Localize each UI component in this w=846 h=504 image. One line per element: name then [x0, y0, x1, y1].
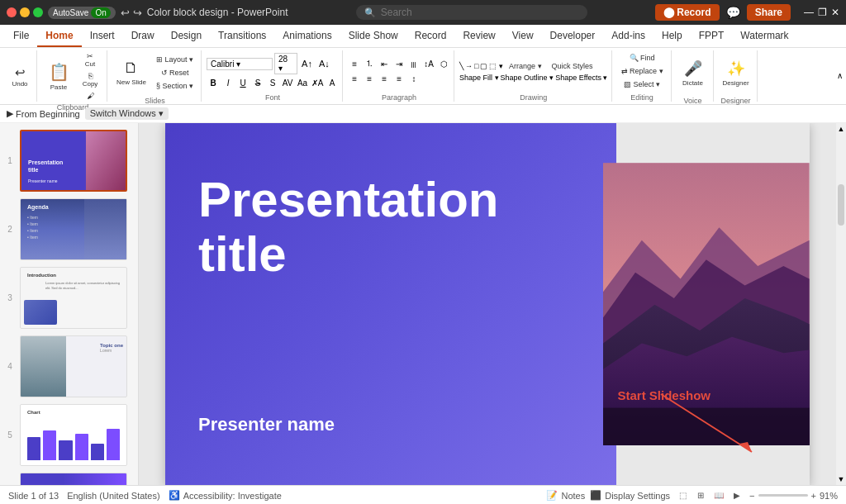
strikethrough-button[interactable]: S: [251, 76, 264, 89]
scroll-up-btn[interactable]: ▲: [836, 123, 846, 135]
slide-thumb-2[interactable]: 2 Agenda • Item• Item• Item• Item: [0, 195, 138, 264]
tab-help[interactable]: Help: [654, 26, 691, 47]
display-settings-button[interactable]: ⬛ Display Settings: [590, 490, 670, 501]
undo-button[interactable]: ↩ Undo: [7, 64, 33, 89]
slide-thumb-4[interactable]: 4 Topic oneLorem: [0, 332, 138, 401]
dictate-button[interactable]: 🎤 Dictate: [677, 50, 710, 95]
tab-transitions[interactable]: Transitions: [210, 26, 274, 47]
tab-file[interactable]: File: [5, 26, 37, 47]
ribbon-expand-btn[interactable]: ∧: [837, 71, 843, 82]
scroll-down-btn[interactable]: ▼: [836, 473, 846, 485]
tab-fppt[interactable]: FPPT: [691, 26, 733, 47]
font-name-dropdown[interactable]: Calibri ▾: [207, 58, 273, 70]
tab-view[interactable]: View: [504, 26, 542, 47]
decrease-font-btn[interactable]: A↓: [316, 57, 332, 70]
share-button[interactable]: Share: [747, 4, 791, 21]
cut-button[interactable]: ✂ Cut: [77, 50, 103, 69]
section-button[interactable]: § Section ▾: [152, 80, 197, 92]
convert-smartart-btn[interactable]: ⬡: [437, 57, 450, 70]
tab-design[interactable]: Design: [163, 26, 210, 47]
minimize-btn[interactable]: —: [804, 7, 814, 18]
tab-home[interactable]: Home: [37, 26, 81, 47]
close-btn[interactable]: ✕: [831, 7, 839, 18]
justify-btn[interactable]: ≡: [392, 72, 406, 85]
reading-view-btn[interactable]: 📖: [711, 489, 726, 502]
format-painter-button[interactable]: 🖌: [77, 90, 103, 102]
slide-thumb-3[interactable]: 3 Introduction Lorem ipsum dolor sit ame…: [0, 264, 138, 332]
copy-button[interactable]: ⎘ Copy: [77, 70, 103, 89]
quick-styles-button[interactable]: Quick Styles: [548, 60, 597, 72]
zoom-in-btn[interactable]: +: [811, 491, 816, 501]
underline-button[interactable]: U: [236, 76, 250, 89]
maximize-window-btn[interactable]: [33, 7, 43, 17]
font-size-dropdown[interactable]: 28 ▾: [274, 53, 297, 74]
slide-thumb-6[interactable]: 6: [0, 469, 138, 485]
tab-developer[interactable]: Developer: [542, 26, 604, 47]
scroll-thumb[interactable]: [838, 184, 844, 226]
decrease-indent-btn[interactable]: ⇤: [378, 57, 391, 70]
reset-button[interactable]: ↺ Reset: [152, 67, 197, 78]
shape-fill-btn[interactable]: Shape Fill ▾: [459, 74, 499, 82]
redo-icon[interactable]: ↪: [133, 7, 142, 19]
tab-addins[interactable]: Add-ins: [603, 26, 654, 47]
tab-animations[interactable]: Animations: [274, 26, 340, 47]
tab-record[interactable]: Record: [406, 26, 455, 47]
language-indicator[interactable]: English (United States): [67, 491, 160, 501]
designer-button[interactable]: ✨ Designer: [719, 50, 753, 95]
arrange-button[interactable]: Arrange ▾: [505, 60, 546, 72]
from-beginning-button[interactable]: ▶ From Beginning: [7, 108, 80, 119]
autosave-state[interactable]: On: [91, 7, 110, 18]
layout-button[interactable]: ⊞ Layout ▾: [152, 54, 197, 65]
slide-thumb-5[interactable]: 5 Chart: [0, 401, 138, 469]
align-right-btn[interactable]: ≡: [378, 72, 391, 85]
undo-icon[interactable]: ↩: [121, 7, 130, 19]
shape-outline-btn[interactable]: Shape Outline ▾: [501, 74, 554, 82]
slide-sorter-btn[interactable]: ⊞: [693, 489, 708, 502]
numbered-list-btn[interactable]: ⒈: [363, 57, 376, 70]
select-button[interactable]: ▧ Select ▾: [617, 78, 668, 90]
comment-icon-area[interactable]: 💬: [726, 6, 740, 19]
normal-view-btn[interactable]: ⬚: [675, 489, 690, 502]
slide-thumb-1[interactable]: 1 Presentationtitle Presenter name: [0, 126, 138, 195]
find-button[interactable]: 🔍 Find: [617, 52, 668, 64]
shadow-button[interactable]: S: [266, 76, 279, 89]
tab-draw[interactable]: Draw: [123, 26, 163, 47]
slide-canvas[interactable]: Presentation title Presenter name Start …: [165, 123, 810, 485]
tab-watermark[interactable]: Watermark: [732, 26, 796, 47]
font-color-button[interactable]: A: [326, 76, 339, 89]
switch-windows-button[interactable]: Switch Windows ▾: [85, 107, 169, 120]
text-direction-btn[interactable]: ↕A: [422, 57, 435, 70]
increase-font-btn[interactable]: A↑: [299, 57, 315, 70]
line-spacing-btn[interactable]: ↕: [407, 72, 421, 85]
notes-button[interactable]: 📝 Notes: [546, 490, 585, 501]
autosave-badge[interactable]: AutoSave On: [48, 7, 116, 19]
char-spacing-button[interactable]: AV: [281, 76, 294, 89]
paste-button[interactable]: 📋 Paste: [42, 54, 75, 98]
zoom-slider[interactable]: [758, 494, 808, 497]
align-left-btn[interactable]: ≡: [348, 72, 361, 85]
shape-effects-btn[interactable]: Shape Effects ▾: [555, 74, 607, 82]
minimize-window-btn[interactable]: [20, 7, 30, 17]
accessibility-badge[interactable]: ♿ Accessibility: Investigate: [169, 490, 282, 501]
restore-btn[interactable]: ❐: [818, 7, 827, 18]
increase-indent-btn[interactable]: ⇥: [392, 57, 406, 70]
zoom-out-btn[interactable]: −: [749, 491, 754, 501]
shapes-more-icon[interactable]: ⬚ ▾: [489, 62, 503, 70]
search-bar[interactable]: 🔍: [356, 5, 587, 20]
bullet-list-btn[interactable]: ≡: [348, 57, 361, 70]
clear-format-button[interactable]: ✗A: [311, 76, 324, 89]
slideshow-btn[interactable]: ▶: [730, 489, 744, 502]
replace-button[interactable]: ⇄ Replace ▾: [617, 65, 668, 77]
tab-insert[interactable]: Insert: [82, 26, 123, 47]
bold-button[interactable]: B: [207, 76, 220, 89]
font-case-button[interactable]: Aa: [296, 76, 309, 89]
tab-review[interactable]: Review: [454, 26, 503, 47]
columns-btn[interactable]: ⫼: [407, 57, 421, 70]
italic-button[interactable]: I: [221, 76, 235, 89]
vertical-scrollbar[interactable]: ▲ ▼: [836, 123, 846, 485]
close-window-btn[interactable]: [7, 7, 17, 17]
new-slide-button[interactable]: 🗋 New Slide: [112, 50, 150, 95]
search-input[interactable]: [381, 7, 546, 18]
tab-slideshow[interactable]: Slide Show: [340, 26, 406, 47]
record-button[interactable]: ⬤ Record: [655, 4, 720, 21]
